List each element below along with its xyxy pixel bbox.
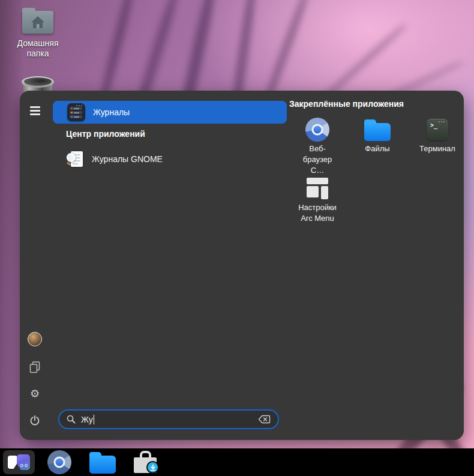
software-center-bag-icon: [133, 451, 159, 474]
magnifier-icon: [67, 415, 76, 424]
avatar: [28, 332, 42, 346]
app-menu-logo-icon: [8, 454, 30, 470]
search-input[interactable]: Жу: [58, 409, 279, 429]
pinned-app-terminal[interactable]: >_ Терминал: [409, 118, 466, 154]
pinned-app-files[interactable]: Файлы: [349, 118, 406, 154]
software-search-icon: [67, 151, 83, 167]
pinned-app-label: Терминал: [409, 143, 466, 154]
pinned-app-chromium[interactable]: Веб-браузер C…: [289, 118, 346, 176]
text-caret: [94, 415, 95, 424]
trash-opening: [24, 77, 52, 86]
taskbar-files-button[interactable]: [89, 450, 116, 474]
chromium-icon: [47, 450, 71, 474]
menu-item-logs-gnome[interactable]: Журналы GNOME: [53, 148, 287, 170]
user-avatar-button[interactable]: [28, 332, 42, 346]
pinned-app-label: Файлы: [349, 143, 406, 154]
section-title-pinned: Закреплённые приложения: [289, 99, 404, 109]
pinned-app-label: Веб-браузер C…: [296, 143, 339, 176]
desktop: Домашняя папка Журналы Центр приложений: [0, 0, 474, 476]
menu-item-logs-selected[interactable]: Журналы: [53, 101, 287, 124]
terminal-icon: >_: [427, 119, 448, 140]
taskbar-chromium-button[interactable]: [47, 450, 72, 474]
hamburger-icon[interactable]: [29, 106, 41, 116]
files-folder-icon: [364, 123, 391, 141]
chromium-icon: [305, 118, 329, 142]
home-folder-label: Домашняя папка: [6, 38, 70, 59]
arcmenu-settings-icon: [307, 178, 328, 199]
settings-button[interactable]: ⚙: [28, 387, 42, 401]
wallpaper-branch: [98, 0, 137, 101]
menu-item-label: Журналы GNOME: [92, 154, 163, 164]
menu-item-label: Журналы: [93, 107, 130, 117]
arc-menu-panel: Журналы Центр приложений Журналы GNOME З…: [20, 91, 464, 440]
backspace-icon: [258, 415, 271, 424]
taskbar: [0, 448, 474, 476]
files-folder-icon: [89, 456, 116, 474]
download-badge-icon: [146, 461, 159, 474]
power-button[interactable]: [28, 413, 42, 427]
section-title-app-center: Центр приложений: [66, 129, 145, 139]
wallpaper-branch: [262, 0, 311, 106]
app-menu-button[interactable]: [3, 450, 35, 474]
home-folder-icon: [22, 11, 53, 34]
desktop-home-folder-launcher[interactable]: Домашняя папка: [6, 7, 70, 59]
pinned-app-arcmenu-settings[interactable]: Настройки Arc Menu: [289, 176, 346, 224]
pinned-app-label: Настройки Arc Menu: [292, 202, 343, 224]
clear-search-button[interactable]: [258, 415, 271, 424]
documents-button[interactable]: [28, 360, 42, 375]
power-icon: [29, 415, 40, 426]
gear-icon: ⚙: [30, 388, 40, 399]
documents-icon: [29, 361, 40, 373]
search-query-text: Жу: [81, 415, 93, 424]
logs-app-icon: [67, 103, 85, 121]
taskbar-software-center-button[interactable]: [132, 450, 160, 474]
